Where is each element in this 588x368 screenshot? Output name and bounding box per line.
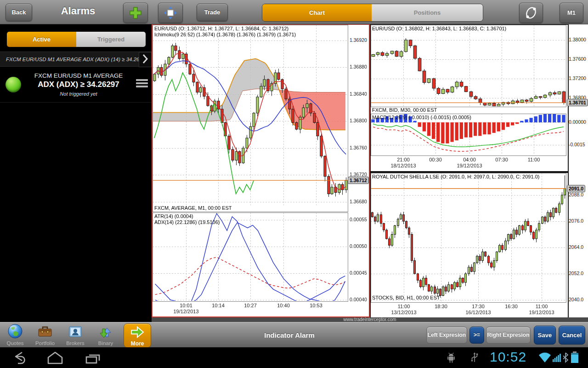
- x-axis-date-label: 19/12/2013: [170, 309, 202, 314]
- y-axis-tick-label: 2040.0: [569, 297, 583, 302]
- y-axis-tick-label: 2076.0: [569, 218, 583, 224]
- tab-active[interactable]: Active: [7, 32, 76, 47]
- nav-home-button[interactable]: [45, 351, 65, 366]
- y-axis-tick-label: 1.38000: [569, 37, 586, 42]
- x-axis-tick-label: 10:27: [240, 303, 260, 308]
- chart-positions-toggle: Chart Positions: [262, 4, 483, 22]
- price-badge: 2091.0: [567, 185, 585, 192]
- y-axis-tick-label: 1.36880: [350, 64, 367, 69]
- m30-ohlc-label: EUR/USD (O: 1.36802, H: 1.36843, L: 1.36…: [372, 26, 506, 32]
- right-expression-button[interactable]: Right Expresion: [486, 327, 531, 344]
- x-axis-date-label: 18/12/2013: [387, 163, 419, 168]
- shell-ohlc-label: ROYAL DUTCH SHELLA LSE (O: 2091.0, H: 20…: [372, 174, 539, 180]
- toolbar-item-brokers[interactable]: Brokers: [61, 323, 90, 346]
- trade-interceptor-app: Back Alarms Trade Chart: [0, 0, 588, 368]
- macd-label: MACD(12 26 9) (-0.0010) (-0.0015) (0.000…: [372, 115, 471, 121]
- m1-ohlc-label: EUR/USD (O: 1.36712, H: 1.36727, L: 1.36…: [154, 26, 288, 32]
- x-axis-tick-label: 21:00: [393, 157, 413, 162]
- toolbar-item-label: Binary: [91, 340, 120, 346]
- price-badge: 1.36712: [348, 177, 369, 184]
- y-axis-tick-label: 0.00050: [350, 243, 367, 249]
- x-axis-tick-label: 10:53: [306, 303, 326, 308]
- toolbar-title: Indicator Alarm: [250, 331, 328, 339]
- m30-feed-label: FXCM, BID, M30, 00:00 EST: [372, 107, 437, 113]
- alarm-summary-row[interactable]: FXCM EUR/USD M1 AVERAGE ADX (ADX) (14) ≥…: [0, 52, 152, 67]
- alarm-symbol: FXCM EUR/USD M1 AVERAGE: [24, 72, 133, 79]
- timeframe-button[interactable]: M1: [560, 3, 583, 23]
- alarm-list-item[interactable]: FXCM EUR/USD M1 AVERAGE ADX (ADX) ≥ 34.2…: [0, 68, 152, 103]
- x-axis-tick-label: 16:30: [501, 304, 521, 309]
- operator-button[interactable]: >=: [469, 327, 484, 344]
- usb-icon: [470, 352, 479, 365]
- x-axis-date-label: 19/12/2013: [526, 310, 558, 315]
- home-icon: [45, 358, 65, 366]
- android-navbar: 10:52: [0, 347, 588, 368]
- price-badge: 1.36701: [567, 99, 588, 106]
- x-axis-tick-label: 11:00: [524, 157, 544, 162]
- left-expression-button[interactable]: Left Expresion: [426, 327, 467, 344]
- y-axis-tick-label: 0.00055: [350, 217, 367, 222]
- x-axis-date-label: 19/12/2013: [453, 163, 486, 168]
- y-axis-tick-label: 2052.0: [569, 270, 583, 276]
- y-axis-tick-label: 2088.0: [569, 192, 583, 197]
- y-axis-tick-label: 0.00045: [350, 270, 367, 276]
- eurusd-m30-chart-canvas[interactable]: [371, 25, 566, 106]
- alarms-sidebar: Active Triggered FXCM EUR/USD M1 AVERAGE…: [0, 24, 152, 322]
- y-axis-tick-label: 1.36800: [350, 118, 367, 123]
- toolbar-item-more[interactable]: More: [124, 323, 151, 348]
- toolbar-item-quotes[interactable]: Quotes: [0, 323, 30, 346]
- cancel-button[interactable]: Cancel: [559, 326, 585, 345]
- x-axis-tick-label: 07:30: [492, 157, 512, 162]
- x-axis-tick-label: 18:30: [431, 304, 451, 309]
- eurusd-m1-chart-canvas[interactable]: [153, 25, 348, 205]
- sync-icon: [524, 15, 538, 22]
- tab-positions[interactable]: Positions: [372, 4, 483, 21]
- tab-chart[interactable]: Chart: [262, 4, 372, 21]
- y-axis-tick-label: 1.36920: [350, 37, 367, 43]
- back-button[interactable]: Back: [6, 4, 32, 21]
- add-alarm-button[interactable]: [123, 3, 148, 23]
- y-axis-tick-label: 0.00000: [569, 119, 586, 125]
- x-axis-tick-label: 11:00: [531, 304, 552, 309]
- toolbar-item-label: Brokers: [61, 340, 90, 346]
- trade-button[interactable]: Trade: [197, 4, 228, 21]
- arrow-right-icon: [130, 333, 145, 341]
- nav-back-button[interactable]: [10, 351, 28, 366]
- toolbar-item-label: More: [124, 340, 151, 347]
- shell-h1-chart-canvas[interactable]: [371, 173, 566, 302]
- android-debug-icon: [446, 352, 457, 365]
- top-app-bar: Back Alarms Trade Chart: [0, 0, 588, 24]
- y-axis-tick-label: 0.00040: [350, 297, 367, 302]
- nav-recents-button[interactable]: [83, 351, 103, 366]
- y-axis-tick-label: 1.36680: [350, 199, 367, 204]
- x-axis-tick-label: 10:40: [273, 303, 294, 308]
- y-axis-tick-label: 1.36760: [350, 145, 367, 150]
- atr-adx-pane-canvas[interactable]: [153, 213, 348, 301]
- bluetooth-icon: [562, 352, 569, 365]
- toolbar-item-binary[interactable]: Binary: [91, 323, 120, 346]
- x-axis-tick-label: 10:14: [208, 303, 228, 308]
- m1-ichimoku-label: Ichimoku(9 26 52) (1.3674) (1.3678) (1.3…: [154, 32, 296, 38]
- x-axis-tick-label: 00:30: [425, 157, 446, 162]
- alarm-active-dot-icon: [6, 77, 21, 92]
- status-clock: 10:52: [490, 349, 526, 365]
- battery-icon: [571, 351, 579, 365]
- layout-move-button[interactable]: [158, 3, 183, 23]
- back-arrow-icon: [10, 358, 28, 366]
- toolbar-item-portfolio[interactable]: Portfolio: [30, 323, 60, 346]
- sync-button[interactable]: [519, 3, 543, 23]
- edit-alarm-chevron[interactable]: [139, 52, 152, 67]
- people-folder-icon: [68, 333, 83, 340]
- tab-triggered[interactable]: Triggered: [76, 32, 146, 47]
- m1-feed-label: FXCM, AVERAGE, M1, 00:00 EST: [154, 205, 232, 211]
- y-axis-tick-label: -0.0015: [569, 142, 585, 147]
- save-button[interactable]: Save: [534, 326, 556, 345]
- x-axis-tick-label: 10:01: [176, 303, 196, 308]
- x-axis-tick-label: 04:00: [459, 157, 480, 162]
- alarm-condition: ADX (ADX) ≥ 34.26297: [24, 80, 133, 89]
- y-axis-tick-label: 2064.0: [569, 244, 583, 250]
- hamburger-menu-icon[interactable]: [136, 79, 148, 87]
- chevron-right-icon: [142, 54, 148, 66]
- shell-feed-label: STOCKS, BID, H1, 00:00 EST: [372, 295, 440, 301]
- up-down-arrows-icon: [98, 333, 113, 340]
